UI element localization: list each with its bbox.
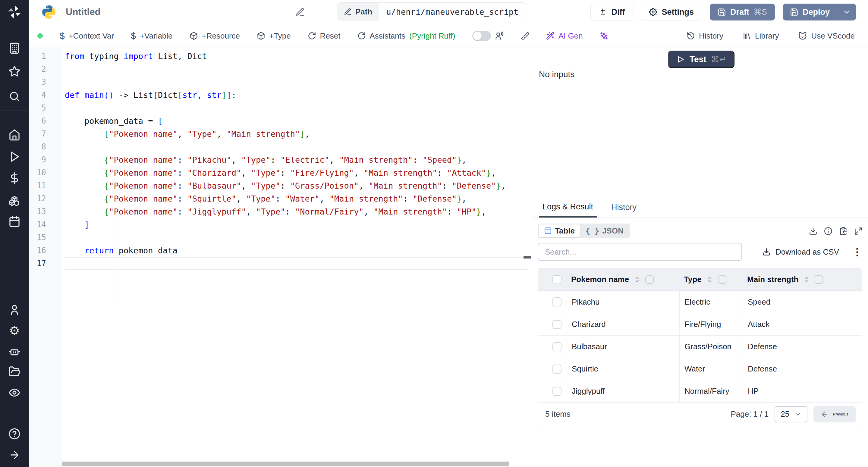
help-icon[interactable] xyxy=(8,428,21,440)
test-button[interactable]: Test ⌘↵ xyxy=(668,51,735,68)
path-chip[interactable]: Path u/henri/maneuverable_script xyxy=(337,2,526,21)
add-context-var-button[interactable]: $ +Context Var xyxy=(60,31,114,41)
row-checkbox[interactable] xyxy=(553,387,561,396)
download-result-icon[interactable] xyxy=(809,227,817,235)
code-line[interactable]: {"Pokemon name": "Squirtle", "Type": "Wa… xyxy=(65,192,528,205)
deploy-button[interactable]: Deploy xyxy=(783,4,837,21)
settings-gear-icon[interactable]: ⚙ xyxy=(8,324,21,337)
ai-gen-button[interactable]: AI Gen xyxy=(546,31,583,41)
code-line[interactable]: def main() -> List[Dict[str, str]]: xyxy=(65,89,528,101)
horizontal-scrollbar[interactable] xyxy=(62,462,532,466)
table-row[interactable]: SquirtleWaterDefense xyxy=(538,357,862,380)
schedules-calendar-icon[interactable] xyxy=(8,215,21,227)
table-row[interactable]: JigglypuffNormal/FairyHP xyxy=(538,380,862,402)
deploy-dropdown-button[interactable] xyxy=(837,4,856,21)
package-icon xyxy=(190,32,198,40)
code-line[interactable] xyxy=(65,141,528,153)
table-row[interactable]: BulbasaurGrass/PoisonDefense xyxy=(538,335,862,357)
code-line[interactable] xyxy=(65,231,528,244)
sort-icon[interactable] xyxy=(803,276,810,283)
runs-play-icon[interactable] xyxy=(8,151,21,163)
line-number: 2 xyxy=(29,63,62,75)
use-vscode-button[interactable]: Use VScode xyxy=(798,31,855,41)
windmill-logo-icon[interactable] xyxy=(7,4,22,20)
code-editor[interactable]: 1234567891011121314151617 from typing im… xyxy=(29,48,532,467)
code-line[interactable]: from typing import List, Dict xyxy=(65,50,528,63)
row-checkbox[interactable] xyxy=(553,342,561,351)
line-number: 16 xyxy=(29,244,62,257)
sort-icon[interactable] xyxy=(706,276,714,283)
favorites-star-icon[interactable] xyxy=(8,65,21,77)
workspace-building-icon[interactable] xyxy=(8,42,21,54)
multiplayer-toggle[interactable] xyxy=(472,31,491,41)
select-all-checkbox[interactable] xyxy=(553,275,561,284)
search-input[interactable] xyxy=(538,243,742,261)
add-variable-button[interactable]: $ +Variable xyxy=(131,31,173,41)
overview-ruler-cursor xyxy=(524,256,531,258)
code-line[interactable]: {"Pokemon name": "Charizard", "Type": "F… xyxy=(65,166,528,179)
row-checkbox[interactable] xyxy=(553,365,561,374)
code-line[interactable]: ] xyxy=(65,218,528,231)
format-code-button[interactable] xyxy=(521,32,529,40)
info-icon[interactable] xyxy=(824,227,832,235)
tab-history[interactable]: History xyxy=(608,197,640,218)
download-csv-button[interactable]: Download as CSV xyxy=(762,247,839,257)
view-json-button[interactable]: { } JSON xyxy=(580,224,629,237)
table-row[interactable]: CharizardFire/FlyingAttack xyxy=(538,313,862,335)
code-line[interactable]: ["Pokemon name", "Type", "Main strength"… xyxy=(65,127,528,141)
settings-button[interactable]: Settings xyxy=(641,4,702,21)
table-cell: Defense xyxy=(743,336,862,357)
column-toggle-checkbox[interactable] xyxy=(645,275,654,284)
code-lines[interactable]: from typing import List, Dict def main()… xyxy=(65,48,528,270)
code-line[interactable] xyxy=(65,101,528,115)
code-line[interactable] xyxy=(65,257,528,270)
code-line[interactable]: {"Pokemon name": "Jigglypuff", "Type": "… xyxy=(65,205,528,218)
table-cell: Jigglypuff xyxy=(567,380,680,402)
code-line[interactable]: {"Pokemon name": "Pikachu", "Type": "Ele… xyxy=(65,153,528,166)
history-button[interactable]: History xyxy=(687,31,723,41)
view-table-button[interactable]: Table xyxy=(538,224,580,237)
users-person-icon[interactable] xyxy=(8,304,21,316)
line-number: 6 xyxy=(29,115,62,127)
folders-icon[interactable] xyxy=(8,366,21,377)
library-icon xyxy=(743,32,751,40)
reset-button[interactable]: Reset xyxy=(308,31,341,41)
path-label: Path xyxy=(355,7,372,17)
row-checkbox[interactable] xyxy=(553,320,561,329)
edit-summary-pencil-icon[interactable] xyxy=(296,7,305,17)
sort-icon[interactable] xyxy=(633,276,641,283)
home-icon[interactable] xyxy=(8,129,21,141)
code-line[interactable]: pokemon_data = [ xyxy=(65,115,528,127)
column-toggle-checkbox[interactable] xyxy=(815,275,823,284)
row-checkbox[interactable] xyxy=(553,298,561,306)
expand-sidebar-arrow-icon[interactable] xyxy=(8,449,21,461)
column-toggle-checkbox[interactable] xyxy=(718,275,726,284)
run-result-panel: Test ⌘↵ No inputs Logs & Result History … xyxy=(532,48,868,467)
copy-result-icon[interactable] xyxy=(839,227,847,235)
resources-boxes-icon[interactable] xyxy=(8,195,21,207)
line-number: 5 xyxy=(29,101,62,115)
scrollbar-thumb[interactable] xyxy=(62,462,509,466)
diff-button[interactable]: Diff xyxy=(590,4,633,21)
library-button[interactable]: Library xyxy=(743,31,779,41)
table-row[interactable]: PikachuElectricSpeed xyxy=(538,291,862,313)
draft-button[interactable]: Draft ⌘S xyxy=(710,4,775,21)
assistants-button[interactable]: Assistants (Pyright Ruff) xyxy=(358,31,456,41)
search-icon[interactable] xyxy=(8,90,21,102)
sparkles-icon[interactable] xyxy=(600,32,608,40)
page-size-select[interactable]: 25 xyxy=(775,406,807,423)
tab-logs-result[interactable]: Logs & Result xyxy=(539,197,597,218)
expand-result-icon[interactable] xyxy=(854,227,863,235)
add-resource-button[interactable]: +Resource xyxy=(190,31,240,41)
previous-page-button[interactable]: Previous xyxy=(813,406,856,423)
audit-eye-icon[interactable] xyxy=(8,386,21,399)
code-line[interactable] xyxy=(65,63,528,75)
add-type-button[interactable]: +Type xyxy=(257,31,291,41)
braces-icon: { } xyxy=(586,226,599,235)
code-line[interactable]: return pokemon_data xyxy=(65,244,528,257)
variables-dollar-icon[interactable] xyxy=(8,172,21,184)
code-line[interactable]: {"Pokemon name": "Bulbasaur", "Type": "G… xyxy=(65,179,528,192)
code-line[interactable] xyxy=(65,75,528,89)
workers-robot-icon[interactable] xyxy=(8,345,21,357)
table-menu-kebab[interactable]: ⋮ xyxy=(852,246,862,258)
